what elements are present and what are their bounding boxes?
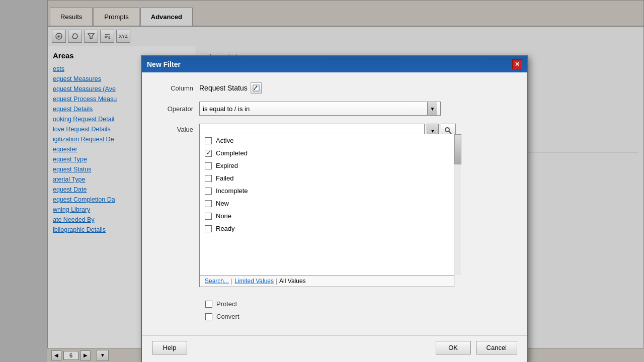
dialog-body: Column Request Status Operator is equal …: [142, 72, 527, 335]
dropdown-list-inner[interactable]: Active Completed Expired Failed: [200, 134, 454, 275]
column-edit-button[interactable]: [251, 82, 262, 94]
list-item-ready[interactable]: Ready: [200, 222, 454, 235]
list-footer: Search... | Limited Values | All Values: [200, 275, 454, 287]
scrollbar-thumb[interactable]: [454, 134, 461, 164]
limited-values-link[interactable]: Limited Values: [232, 278, 276, 285]
all-values-text: All Values: [277, 278, 307, 285]
help-button[interactable]: Help: [152, 341, 187, 354]
svg-point-6: [445, 128, 449, 132]
operator-select[interactable]: is equal to / is in ▼: [199, 102, 441, 116]
convert-label: Convert: [216, 313, 239, 320]
list-item-failed[interactable]: Failed: [200, 172, 454, 185]
new-filter-dialog: New Filter ✕ Column Request Status Opera…: [141, 55, 528, 362]
list-item-active[interactable]: Active: [200, 134, 454, 147]
column-value: Request Status: [199, 82, 262, 94]
list-item-expired[interactable]: Expired: [200, 159, 454, 172]
value-row: Value ▼ Active: [154, 124, 515, 292]
list-item-none[interactable]: None: [200, 210, 454, 222]
ready-checkbox[interactable]: [205, 225, 212, 232]
dialog-title: New Filter: [147, 60, 181, 68]
dialog-footer: Help OK Cancel: [142, 335, 527, 362]
search-link[interactable]: Search...: [203, 278, 231, 285]
new-checkbox[interactable]: [205, 200, 212, 207]
operator-arrow-icon: ▼: [427, 102, 437, 115]
protect-checkbox[interactable]: [205, 301, 212, 308]
convert-row: Convert: [205, 313, 515, 320]
scrollbar-track: [454, 134, 461, 275]
value-label: Value: [154, 124, 199, 133]
column-label: Column: [154, 84, 199, 92]
dialog-close-button[interactable]: ✕: [512, 59, 522, 69]
operator-label: Operator: [154, 105, 199, 113]
convert-checkbox[interactable]: [205, 313, 212, 320]
value-container: ▼ Active Completed: [199, 124, 456, 292]
dialog-titlebar: New Filter ✕: [142, 56, 527, 72]
column-row: Column Request Status: [154, 82, 515, 94]
operator-row: Operator is equal to / is in ▼: [154, 102, 515, 116]
protect-label: Protect: [216, 300, 237, 308]
ok-button[interactable]: OK: [436, 341, 471, 354]
completed-checkbox[interactable]: [205, 150, 212, 157]
list-item-incomplete[interactable]: Incomplete: [200, 185, 454, 197]
expired-checkbox[interactable]: [205, 162, 212, 169]
value-dropdown-list: Active Completed Expired Failed: [199, 134, 454, 287]
incomplete-checkbox[interactable]: [205, 188, 212, 195]
list-item-new[interactable]: New: [200, 197, 454, 210]
none-checkbox[interactable]: [205, 213, 212, 220]
active-checkbox[interactable]: [205, 137, 212, 144]
cancel-button[interactable]: Cancel: [476, 341, 517, 354]
protect-row: Protect: [205, 300, 515, 308]
failed-checkbox[interactable]: [205, 175, 212, 182]
list-item-completed[interactable]: Completed: [200, 147, 454, 159]
